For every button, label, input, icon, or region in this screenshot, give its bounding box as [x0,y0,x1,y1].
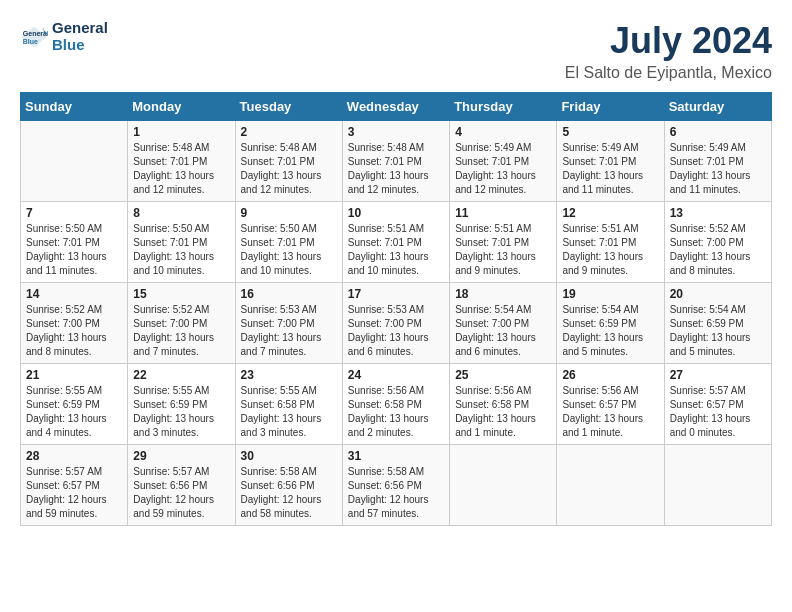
calendar-cell: 5Sunrise: 5:49 AM Sunset: 7:01 PM Daylig… [557,121,664,202]
calendar-cell: 19Sunrise: 5:54 AM Sunset: 6:59 PM Dayli… [557,283,664,364]
weekday-header-wednesday: Wednesday [342,93,449,121]
day-number: 2 [241,125,337,139]
day-number: 25 [455,368,551,382]
calendar-cell: 24Sunrise: 5:56 AM Sunset: 6:58 PM Dayli… [342,364,449,445]
weekday-header-tuesday: Tuesday [235,93,342,121]
title-block: July 2024 El Salto de Eyipantla, Mexico [565,20,772,82]
calendar-cell: 2Sunrise: 5:48 AM Sunset: 7:01 PM Daylig… [235,121,342,202]
day-info: Sunrise: 5:52 AM Sunset: 7:00 PM Dayligh… [670,222,766,278]
day-info: Sunrise: 5:57 AM Sunset: 6:57 PM Dayligh… [26,465,122,521]
day-number: 30 [241,449,337,463]
calendar-cell [21,121,128,202]
calendar-week-3: 14Sunrise: 5:52 AM Sunset: 7:00 PM Dayli… [21,283,772,364]
day-number: 15 [133,287,229,301]
day-info: Sunrise: 5:50 AM Sunset: 7:01 PM Dayligh… [241,222,337,278]
calendar-cell: 23Sunrise: 5:55 AM Sunset: 6:58 PM Dayli… [235,364,342,445]
calendar-cell: 12Sunrise: 5:51 AM Sunset: 7:01 PM Dayli… [557,202,664,283]
day-info: Sunrise: 5:54 AM Sunset: 7:00 PM Dayligh… [455,303,551,359]
day-number: 13 [670,206,766,220]
svg-text:Blue: Blue [23,38,38,45]
day-number: 12 [562,206,658,220]
calendar-cell: 28Sunrise: 5:57 AM Sunset: 6:57 PM Dayli… [21,445,128,526]
weekday-header-sunday: Sunday [21,93,128,121]
day-info: Sunrise: 5:56 AM Sunset: 6:58 PM Dayligh… [348,384,444,440]
location-title: El Salto de Eyipantla, Mexico [565,64,772,82]
day-info: Sunrise: 5:58 AM Sunset: 6:56 PM Dayligh… [348,465,444,521]
day-number: 16 [241,287,337,301]
calendar-cell: 6Sunrise: 5:49 AM Sunset: 7:01 PM Daylig… [664,121,771,202]
day-number: 17 [348,287,444,301]
calendar-week-5: 28Sunrise: 5:57 AM Sunset: 6:57 PM Dayli… [21,445,772,526]
day-info: Sunrise: 5:56 AM Sunset: 6:57 PM Dayligh… [562,384,658,440]
weekday-header-saturday: Saturday [664,93,771,121]
day-info: Sunrise: 5:50 AM Sunset: 7:01 PM Dayligh… [26,222,122,278]
day-info: Sunrise: 5:57 AM Sunset: 6:57 PM Dayligh… [670,384,766,440]
logo-blue: Blue [52,37,108,54]
calendar-cell: 25Sunrise: 5:56 AM Sunset: 6:58 PM Dayli… [450,364,557,445]
calendar-cell: 29Sunrise: 5:57 AM Sunset: 6:56 PM Dayli… [128,445,235,526]
day-info: Sunrise: 5:55 AM Sunset: 6:59 PM Dayligh… [26,384,122,440]
day-info: Sunrise: 5:48 AM Sunset: 7:01 PM Dayligh… [133,141,229,197]
day-info: Sunrise: 5:53 AM Sunset: 7:00 PM Dayligh… [348,303,444,359]
calendar-cell: 8Sunrise: 5:50 AM Sunset: 7:01 PM Daylig… [128,202,235,283]
day-number: 29 [133,449,229,463]
calendar-week-1: 1Sunrise: 5:48 AM Sunset: 7:01 PM Daylig… [21,121,772,202]
day-info: Sunrise: 5:49 AM Sunset: 7:01 PM Dayligh… [562,141,658,197]
day-number: 5 [562,125,658,139]
day-info: Sunrise: 5:54 AM Sunset: 6:59 PM Dayligh… [562,303,658,359]
day-info: Sunrise: 5:48 AM Sunset: 7:01 PM Dayligh… [348,141,444,197]
calendar-cell: 10Sunrise: 5:51 AM Sunset: 7:01 PM Dayli… [342,202,449,283]
calendar-cell: 27Sunrise: 5:57 AM Sunset: 6:57 PM Dayli… [664,364,771,445]
day-info: Sunrise: 5:52 AM Sunset: 7:00 PM Dayligh… [133,303,229,359]
calendar-cell [450,445,557,526]
day-info: Sunrise: 5:48 AM Sunset: 7:01 PM Dayligh… [241,141,337,197]
day-number: 9 [241,206,337,220]
day-info: Sunrise: 5:51 AM Sunset: 7:01 PM Dayligh… [455,222,551,278]
month-title: July 2024 [565,20,772,62]
logo-general: General [52,20,108,37]
day-number: 4 [455,125,551,139]
day-info: Sunrise: 5:54 AM Sunset: 6:59 PM Dayligh… [670,303,766,359]
day-info: Sunrise: 5:49 AM Sunset: 7:01 PM Dayligh… [455,141,551,197]
day-number: 31 [348,449,444,463]
day-number: 7 [26,206,122,220]
day-number: 18 [455,287,551,301]
day-number: 11 [455,206,551,220]
day-info: Sunrise: 5:51 AM Sunset: 7:01 PM Dayligh… [562,222,658,278]
calendar-cell: 26Sunrise: 5:56 AM Sunset: 6:57 PM Dayli… [557,364,664,445]
day-number: 10 [348,206,444,220]
day-number: 19 [562,287,658,301]
calendar-cell: 7Sunrise: 5:50 AM Sunset: 7:01 PM Daylig… [21,202,128,283]
weekday-header-thursday: Thursday [450,93,557,121]
logo-icon: General Blue [20,23,48,51]
day-number: 6 [670,125,766,139]
calendar-cell: 30Sunrise: 5:58 AM Sunset: 6:56 PM Dayli… [235,445,342,526]
calendar-cell: 31Sunrise: 5:58 AM Sunset: 6:56 PM Dayli… [342,445,449,526]
day-info: Sunrise: 5:52 AM Sunset: 7:00 PM Dayligh… [26,303,122,359]
calendar-cell: 13Sunrise: 5:52 AM Sunset: 7:00 PM Dayli… [664,202,771,283]
day-number: 14 [26,287,122,301]
calendar-week-2: 7Sunrise: 5:50 AM Sunset: 7:01 PM Daylig… [21,202,772,283]
calendar-cell: 14Sunrise: 5:52 AM Sunset: 7:00 PM Dayli… [21,283,128,364]
calendar-cell: 4Sunrise: 5:49 AM Sunset: 7:01 PM Daylig… [450,121,557,202]
day-info: Sunrise: 5:55 AM Sunset: 6:58 PM Dayligh… [241,384,337,440]
day-number: 24 [348,368,444,382]
day-number: 20 [670,287,766,301]
weekday-header-friday: Friday [557,93,664,121]
day-number: 3 [348,125,444,139]
calendar-cell [664,445,771,526]
calendar-cell: 22Sunrise: 5:55 AM Sunset: 6:59 PM Dayli… [128,364,235,445]
logo: General Blue General Blue [20,20,108,53]
day-number: 27 [670,368,766,382]
day-info: Sunrise: 5:49 AM Sunset: 7:01 PM Dayligh… [670,141,766,197]
calendar-cell: 15Sunrise: 5:52 AM Sunset: 7:00 PM Dayli… [128,283,235,364]
calendar-cell: 11Sunrise: 5:51 AM Sunset: 7:01 PM Dayli… [450,202,557,283]
calendar-cell: 17Sunrise: 5:53 AM Sunset: 7:00 PM Dayli… [342,283,449,364]
day-number: 8 [133,206,229,220]
day-number: 28 [26,449,122,463]
calendar-table: SundayMondayTuesdayWednesdayThursdayFrid… [20,92,772,526]
calendar-cell: 20Sunrise: 5:54 AM Sunset: 6:59 PM Dayli… [664,283,771,364]
day-info: Sunrise: 5:50 AM Sunset: 7:01 PM Dayligh… [133,222,229,278]
calendar-cell: 18Sunrise: 5:54 AM Sunset: 7:00 PM Dayli… [450,283,557,364]
day-info: Sunrise: 5:53 AM Sunset: 7:00 PM Dayligh… [241,303,337,359]
